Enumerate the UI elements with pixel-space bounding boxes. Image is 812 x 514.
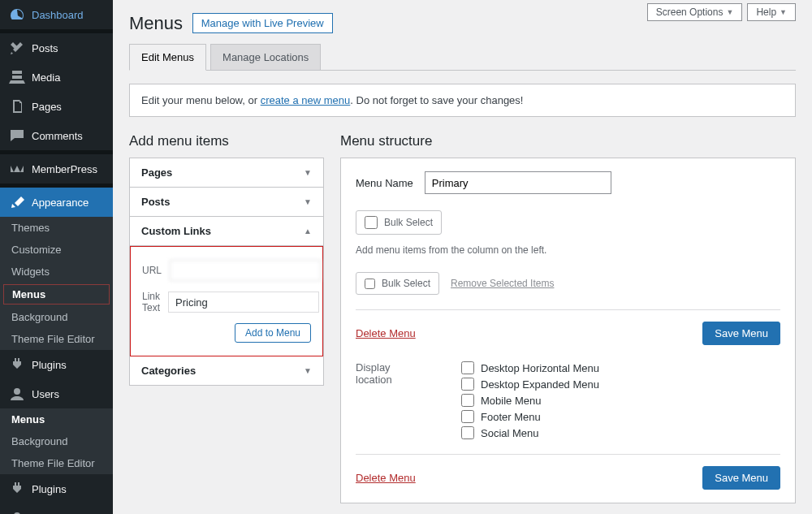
url-label: URL [142, 265, 162, 276]
caret-down-icon: ▼ [304, 168, 312, 177]
caret-up-icon: ▲ [304, 227, 312, 235]
delete-menu-link[interactable]: Delete Menu [356, 327, 416, 339]
menu-name-label: Menu Name [356, 177, 413, 189]
accordion-custom-links[interactable]: Custom Links▲ [130, 217, 323, 246]
sidebar-label: Posts [32, 42, 58, 54]
empty-hint: Add menu items from the column on the le… [356, 244, 780, 256]
menu-name-input[interactable] [425, 171, 611, 194]
users-icon [9, 510, 25, 514]
sidebar-label: Media [32, 71, 60, 84]
page-title: Menus [129, 13, 183, 34]
sidebar-item-posts[interactable]: Posts [0, 33, 113, 63]
save-menu-button[interactable]: Save Menu [702, 322, 780, 345]
caret-down-icon: ▼ [304, 197, 312, 206]
link-text-input[interactable] [168, 292, 319, 313]
screen-options-button[interactable]: Screen Options▼ [647, 3, 743, 21]
notice-bar: Edit your menu below, or create a new me… [129, 84, 796, 117]
location-option[interactable]: Desktop Horizontal Menu [461, 361, 599, 374]
sidebar-item-users[interactable]: Users [0, 379, 113, 408]
tab-manage-locations[interactable]: Manage Locations [210, 44, 321, 70]
sidebar-sub-customize[interactable]: Customize [0, 239, 113, 261]
create-menu-link[interactable]: create a new menu [261, 94, 351, 106]
dashboard-icon [9, 6, 25, 23]
sidebar-sub-theme-file-editor[interactable]: Theme File Editor [0, 328, 113, 350]
brush-icon [9, 194, 25, 210]
sidebar-label: Appearance [32, 197, 89, 209]
plugin-icon [9, 356, 25, 373]
bulk-select-checkbox[interactable] [365, 216, 378, 229]
sidebar-sub-theme-file-editor-2[interactable]: Theme File Editor [0, 452, 113, 474]
accordion-pages[interactable]: Pages▼ [130, 158, 323, 188]
users-icon [9, 386, 25, 402]
caret-down-icon: ▼ [304, 366, 312, 375]
comments-icon [9, 127, 25, 144]
display-location-label: Display location [356, 361, 429, 439]
live-preview-button[interactable]: Manage with Live Preview [192, 13, 333, 33]
sidebar-item-pages[interactable]: Pages [0, 92, 113, 121]
save-menu-button-2[interactable]: Save Menu [702, 466, 780, 490]
bulk-select-checkbox-2[interactable] [365, 279, 375, 289]
sidebar-sub-themes[interactable]: Themes [0, 217, 113, 239]
caret-down-icon: ▼ [780, 8, 787, 16]
bulk-select-bottom[interactable]: Bulk Select [356, 272, 439, 295]
accordion-posts[interactable]: Posts▼ [130, 188, 323, 217]
memberpress-icon [9, 161, 25, 177]
tab-edit-menus[interactable]: Edit Menus [129, 44, 206, 71]
sidebar-sub-menus-2[interactable]: Menus [0, 408, 113, 430]
sidebar-item-memberpress[interactable]: MemberPress [0, 154, 113, 184]
svg-point-0 [14, 388, 20, 395]
media-icon [9, 69, 25, 85]
remove-selected-link[interactable]: Remove Selected Items [451, 278, 554, 289]
bulk-select-top[interactable]: Bulk Select [356, 210, 442, 235]
add-menu-items-title: Add menu items [129, 133, 324, 149]
location-option[interactable]: Social Menu [461, 426, 599, 439]
sidebar-item-plugins-2[interactable]: Plugins [0, 474, 113, 503]
sidebar-sub-widgets[interactable]: Widgets [0, 261, 113, 283]
sidebar-sub-background-2[interactable]: Background [0, 430, 113, 452]
accordion-categories[interactable]: Categories▼ [130, 356, 323, 385]
delete-menu-link-2[interactable]: Delete Menu [356, 472, 416, 484]
caret-down-icon: ▼ [726, 8, 733, 16]
sidebar-item-comments[interactable]: Comments [0, 121, 113, 150]
sidebar-label: Users [32, 388, 59, 400]
sidebar-label: Pages [32, 101, 62, 113]
link-text-label: Link Text [142, 291, 160, 313]
plugin-icon [9, 481, 25, 497]
sidebar-item-users-2[interactable]: Users [0, 503, 113, 514]
location-option[interactable]: Footer Menu [461, 410, 599, 423]
custom-links-panel: URL Link Text Add to Menu [130, 246, 323, 356]
pin-icon [9, 40, 25, 56]
menu-structure-title: Menu structure [340, 133, 796, 149]
sidebar-sub-background[interactable]: Background [0, 306, 113, 328]
divider [356, 309, 780, 310]
sidebar-sub-menus[interactable]: Menus [3, 284, 110, 305]
sidebar-item-media[interactable]: Media [0, 63, 113, 92]
sidebar-label: Comments [32, 130, 83, 142]
sidebar-label: MemberPress [32, 163, 97, 175]
pages-icon [9, 98, 25, 114]
divider [356, 454, 780, 455]
location-option[interactable]: Mobile Menu [461, 394, 599, 407]
sidebar-item-appearance[interactable]: Appearance [0, 188, 113, 217]
sidebar-label: Plugins [32, 483, 67, 495]
sidebar-item-dashboard[interactable]: Dashboard [0, 0, 113, 29]
location-option[interactable]: Desktop Expanded Menu [461, 378, 599, 391]
sidebar-label: Dashboard [32, 9, 84, 21]
help-button[interactable]: Help▼ [747, 3, 796, 21]
sidebar-label: Plugins [32, 359, 67, 371]
add-to-menu-button[interactable]: Add to Menu [235, 323, 311, 343]
url-input[interactable] [170, 260, 321, 281]
sidebar-item-plugins[interactable]: Plugins [0, 350, 113, 379]
